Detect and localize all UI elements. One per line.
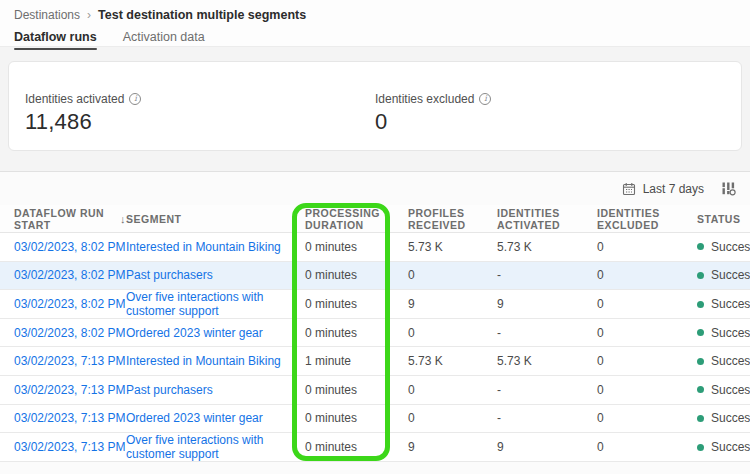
identities-activated-cell: - [497,411,597,425]
segment-link[interactable]: Past purchasers [126,383,305,397]
segment-link[interactable]: Ordered 2023 winter gear [126,326,305,340]
column-header-run-start[interactable]: DATAFLOW RUN START ↓ [14,207,126,231]
run-start-link[interactable]: 03/02/2023, 7:13 PM [14,440,126,454]
processing-duration-cell: 0 minutes [305,440,408,454]
tab-dataflow-runs[interactable]: Dataflow runs [14,30,97,49]
identities-excluded-cell: 0 [597,297,697,311]
identities-activated-cell: - [497,268,597,282]
processing-duration-cell: 0 minutes [305,411,408,425]
profiles-received-cell: 0 [408,326,497,340]
metric-label: Identities excluded [375,92,474,106]
run-start-link[interactable]: 03/02/2023, 7:13 PM [14,383,126,397]
segment-link[interactable]: Over five interactions with customer sup… [126,433,305,461]
status-success-dot-icon [697,272,704,279]
metric-label: Identities activated [25,92,124,106]
breadcrumb-chevron-icon: › [87,8,91,22]
breadcrumb: Destinations › Test destination multiple… [14,0,736,22]
identities-excluded-cell: 0 [597,326,697,340]
status-cell: Success [697,268,750,282]
status-cell: Success [697,354,750,368]
status-success-dot-icon [697,444,704,451]
status-success-dot-icon [697,358,704,365]
status-success-dot-icon [697,329,704,336]
table-row[interactable]: 03/02/2023, 7:13 PM Ordered 2023 winter … [0,405,750,434]
status-label: Success [711,440,750,454]
metric-value: 0 [375,109,725,135]
table-row[interactable]: 03/02/2023, 8:02 PM Over five interactio… [0,290,750,319]
column-header-identities-activated[interactable]: IDENTITIES ACTIVATED [497,207,597,231]
profiles-received-cell: 9 [408,297,497,311]
table-toolbar: Last 7 days [0,172,750,205]
profiles-received-cell: 5.73 K [408,240,497,254]
identities-activated-cell: 9 [497,297,597,311]
processing-duration-cell: 0 minutes [305,268,408,282]
column-header-status[interactable]: STATUS [697,213,750,225]
metric-identities-activated: Identities activated i 11,486 [25,92,375,150]
identities-excluded-cell: 0 [597,411,697,425]
column-settings-icon [721,181,736,196]
run-start-link[interactable]: 03/02/2023, 8:02 PM [14,240,126,254]
column-settings-button[interactable] [721,181,736,196]
profiles-received-cell: 0 [408,383,497,397]
segment-link[interactable]: Past purchasers [126,268,305,282]
breadcrumb-destinations-link[interactable]: Destinations [14,8,80,22]
run-start-link[interactable]: 03/02/2023, 7:13 PM [14,411,126,425]
status-cell: Success [697,411,750,425]
table-row[interactable]: 03/02/2023, 7:13 PM Past purchasers 0 mi… [0,376,750,405]
column-header-segment[interactable]: SEGMENT [126,213,305,225]
status-success-dot-icon [697,415,704,422]
run-start-link[interactable]: 03/02/2023, 8:02 PM [14,326,126,340]
column-header-label: DATAFLOW RUN START [14,207,116,231]
profiles-received-cell: 9 [408,440,497,454]
segment-link[interactable]: Ordered 2023 winter gear [126,411,305,425]
status-cell: Success [697,326,750,340]
status-label: Success [711,411,750,425]
column-header-processing-duration[interactable]: PROCESSING DURATION [305,207,408,231]
status-cell: Success [697,240,750,254]
identities-excluded-cell: 0 [597,383,697,397]
processing-duration-cell: 1 minute [305,354,408,368]
table-row[interactable]: 03/02/2023, 7:13 PM Interested in Mounta… [0,347,750,376]
status-cell: Success [697,383,750,397]
dataflow-runs-table: DATAFLOW RUN START ↓ SEGMENT PROCESSING … [0,205,750,462]
table-row[interactable]: 03/02/2023, 8:02 PM Interested in Mounta… [0,233,750,262]
segment-link[interactable]: Interested in Mountain Biking [126,354,305,368]
status-label: Success [711,297,750,311]
identities-activated-cell: 9 [497,440,597,454]
tab-activation-data[interactable]: Activation data [123,30,205,49]
identities-activated-cell: 5.73 K [497,354,597,368]
segment-link[interactable]: Over five interactions with customer sup… [126,290,305,318]
table-body: 03/02/2023, 8:02 PM Interested in Mounta… [0,233,750,462]
table-row[interactable]: 03/02/2023, 7:13 PM Over five interactio… [0,433,750,462]
status-cell: Success [697,440,750,454]
identities-excluded-cell: 0 [597,440,697,454]
processing-duration-cell: 0 minutes [305,326,408,340]
run-start-link[interactable]: 03/02/2023, 8:02 PM [14,297,126,311]
identities-activated-cell: 5.73 K [497,240,597,254]
info-icon[interactable]: i [129,93,141,105]
column-header-profiles-received[interactable]: PROFILES RECEIVED [408,207,497,231]
status-success-dot-icon [697,301,704,308]
profiles-received-cell: 0 [408,411,497,425]
table-header-row: DATAFLOW RUN START ↓ SEGMENT PROCESSING … [0,205,750,233]
status-success-dot-icon [697,243,704,250]
profiles-received-cell: 5.73 K [408,354,497,368]
date-range-label: Last 7 days [643,182,704,196]
processing-duration-cell: 0 minutes [305,240,408,254]
date-range-filter[interactable]: Last 7 days [622,182,704,196]
metrics-card: Identities activated i 11,486 Identities… [8,61,742,151]
identities-activated-cell: - [497,326,597,340]
info-icon[interactable]: i [479,93,491,105]
metric-value: 11,486 [25,109,375,135]
identities-excluded-cell: 0 [597,268,697,282]
status-label: Success [711,354,750,368]
table-row[interactable]: 03/02/2023, 8:02 PM Ordered 2023 winter … [0,319,750,348]
metrics-band: Identities activated i 11,486 Identities… [0,47,750,151]
identities-excluded-cell: 0 [597,354,697,368]
column-header-identities-excluded[interactable]: IDENTITIES EXCLUDED [597,207,697,231]
run-start-link[interactable]: 03/02/2023, 7:13 PM [14,354,126,368]
segment-link[interactable]: Interested in Mountain Biking [126,240,305,254]
table-row[interactable]: 03/02/2023, 8:02 PM Past purchasers 0 mi… [0,262,750,291]
run-start-link[interactable]: 03/02/2023, 8:02 PM [14,268,126,282]
page-title: Test destination multiple segments [98,8,306,22]
